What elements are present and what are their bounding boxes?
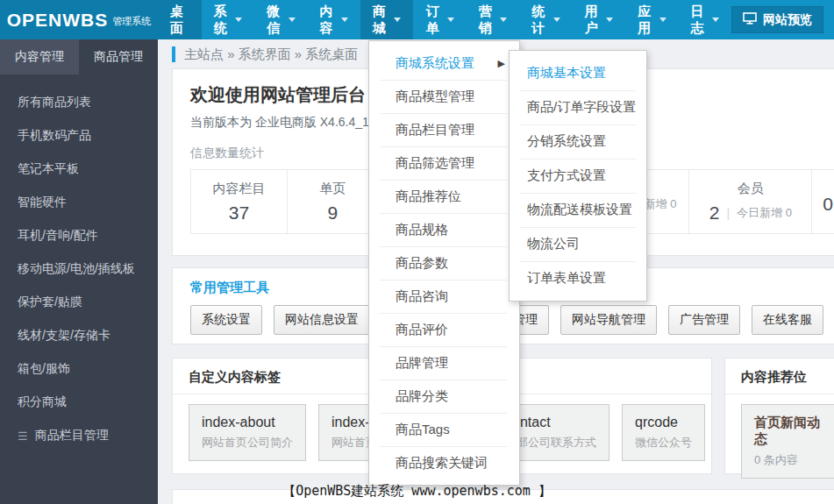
sidebar-item-all-products[interactable]: 所有商品列表 [0, 86, 158, 119]
chevron-down-icon [659, 18, 666, 22]
menu-item-product-recommend[interactable]: 商品推荐位 [369, 180, 519, 213]
nav-item-content[interactable]: 内容 [308, 0, 360, 39]
nav-item-mall[interactable]: 商城 [360, 0, 413, 39]
site-nav-manage-button[interactable]: 网站导航管理 [560, 305, 657, 335]
menu-item-product-review[interactable]: 商品评价 [369, 313, 519, 346]
menu-item-product-inquiry[interactable]: 商品咨询 [369, 280, 519, 313]
tag-card-qrcode[interactable]: qrcode 微信公众号 [622, 404, 705, 461]
chevron-down-icon [500, 18, 507, 22]
footer-credit: 【OpenWBS建站系统 www.openwbs.com 】 [0, 483, 834, 500]
submenu-item-shipping-template[interactable]: 物流配送模板设置 [510, 193, 646, 227]
breadcrumb: 主站点 » 系统界面 » 系统桌面 [172, 46, 358, 62]
nav-item-apps[interactable]: 应用 [625, 0, 678, 39]
chevron-down-icon [341, 18, 348, 22]
submenu-item-distribution[interactable]: 分销系统设置 [510, 124, 646, 159]
top-navbar: OPENWBS 管理系统 桌面 系统 微信 内容 商城 订单 营销 统计 用户 … [0, 0, 834, 39]
menu-item-product-filter[interactable]: 商品筛选管理 [369, 146, 519, 180]
sidebar-item-cases[interactable]: 保护套/贴膜 [0, 286, 158, 319]
recommend-slot-count: 0 条内容 [754, 452, 822, 468]
menu-item-product-specs[interactable]: 商品规格 [369, 213, 519, 246]
chevron-down-icon [447, 18, 454, 22]
chevron-down-icon [394, 18, 401, 22]
menu-item-mall-system-settings[interactable]: 商城系统设置 ▶ [369, 46, 519, 80]
menu-item-brand-manage[interactable]: 品牌管理 [369, 346, 519, 380]
menu-item-product-model[interactable]: 商品模型管理 [369, 80, 519, 113]
stat-cell-content-categories: 内容栏目 37 [191, 170, 288, 233]
sidebar-item-phones[interactable]: 手机数码产品 [0, 119, 158, 153]
nav-item-logs[interactable]: 日志 [679, 0, 731, 39]
menu-item-brand-category[interactable]: 品牌分类 [369, 380, 519, 413]
tag-subtitle: 微信公众号 [635, 435, 692, 451]
tag-card-index-about[interactable]: index-about 网站首页公司简介 [189, 404, 306, 461]
chevron-down-icon [606, 18, 613, 22]
nav-item-wechat[interactable]: 微信 [254, 0, 307, 39]
submenu-arrow-icon: ▶ [498, 58, 505, 69]
mall-settings-submenu: 商城基本设置 商品/订单字段设置 分销系统设置 支付方式设置 物流配送模板设置 … [509, 50, 647, 302]
chevron-down-icon [235, 18, 242, 22]
sidebar-tab-products[interactable]: 商品管理 [79, 39, 158, 75]
tag-title: qrcode [635, 415, 692, 430]
online-service-button[interactable]: 在线客服 [752, 305, 823, 335]
nav-item-stats[interactable]: 统计 [519, 0, 572, 39]
mall-dropdown-menu: 商城系统设置 ▶ 商品模型管理 商品栏目管理 商品筛选管理 商品推荐位 商品规格… [368, 40, 520, 486]
submenu-item-payment[interactable]: 支付方式设置 [510, 159, 646, 193]
sidebar-item-bags[interactable]: 箱包/服饰 [0, 352, 158, 386]
monitor-icon [743, 12, 757, 27]
stat-value: 0 [823, 194, 833, 215]
site-preview-button[interactable]: 网站预览 [731, 6, 823, 33]
submenu-item-logistics-company[interactable]: 物流公司 [510, 227, 646, 261]
menu-item-search-keywords[interactable]: 商品搜索关键词 [369, 446, 519, 479]
nav-menu: 桌面 系统 微信 内容 商城 订单 营销 统计 用户 应用 日志 [158, 0, 731, 39]
nav-item-users[interactable]: 用户 [573, 0, 625, 39]
sidebar-item-power[interactable]: 移动电源/电池/插线板 [0, 252, 158, 286]
stat-cell-members: 会员 2 | 今日新增 0 [689, 170, 812, 233]
menu-item-product-tags[interactable]: 商品Tags [369, 413, 519, 446]
recommend-heading: 内容推荐位 [725, 358, 834, 394]
nav-item-orders[interactable]: 订单 [413, 0, 466, 39]
sidebar-item-points-mall[interactable]: 积分商城 [0, 386, 158, 419]
tag-subtitle: 网站首页公司简介 [202, 435, 293, 451]
recommend-slot-card[interactable]: 首页新闻动态 0 条内容 [741, 404, 834, 479]
menu-item-product-params[interactable]: 商品参数 [369, 246, 519, 280]
sidebar-tab-content[interactable]: 内容管理 [0, 39, 79, 75]
nav-item-system[interactable]: 系统 [202, 0, 254, 39]
nav-item-marketing[interactable]: 营销 [467, 0, 519, 39]
stat-value: 2 [709, 202, 720, 224]
system-settings-button[interactable]: 系统设置 [190, 305, 262, 335]
stat-extra: 今日新增 0 [737, 205, 792, 221]
tag-title: index-about [202, 415, 293, 430]
list-icon: ☰ [18, 429, 28, 443]
submenu-item-field-settings[interactable]: 商品/订单字段设置 [510, 90, 646, 124]
chevron-down-icon [712, 18, 719, 22]
sidebar-item-list: 所有商品列表 手机数码产品 笔记本平板 智能硬件 耳机/音响/配件 移动电源/电… [0, 75, 158, 452]
recommend-slot-title: 首页新闻动态 [754, 415, 822, 448]
sidebar-item-laptops[interactable]: 笔记本平板 [0, 153, 158, 186]
stat-value: 37 [229, 202, 249, 224]
logo-suffix: 管理系统 [112, 15, 151, 28]
ad-manage-button[interactable]: 广告管理 [668, 305, 740, 335]
stat-value: 9 [327, 202, 338, 224]
menu-item-product-category[interactable]: 商品栏目管理 [369, 113, 519, 146]
sidebar-item-cables[interactable]: 线材/支架/存储卡 [0, 319, 158, 352]
logo: OPENWBS 管理系统 [0, 0, 158, 39]
submenu-item-basic-settings[interactable]: 商城基本设置 [510, 56, 646, 90]
chevron-down-icon [289, 18, 296, 22]
sidebar: 内容管理 商品管理 所有商品列表 手机数码产品 笔记本平板 智能硬件 耳机/音响… [0, 39, 158, 504]
stat-cell-single-pages: 单页 9 [288, 170, 379, 233]
submenu-item-order-form[interactable]: 订单表单设置 [510, 261, 646, 295]
site-info-settings-button[interactable]: 网站信息设置 [274, 305, 370, 335]
stat-cell-clipped: 0 [812, 170, 834, 233]
sidebar-item-audio[interactable]: 耳机/音响/配件 [0, 219, 158, 252]
sidebar-tabs: 内容管理 商品管理 [0, 39, 158, 75]
sidebar-item-smart-hardware[interactable]: 智能硬件 [0, 186, 158, 219]
nav-item-desktop[interactable]: 桌面 [158, 0, 202, 39]
logo-text: OPENWBS [7, 10, 109, 31]
sidebar-item-category-manage[interactable]: ☰ 商品栏目管理 [0, 419, 158, 452]
recommend-card: 内容推荐位 首页新闻动态 0 条内容 [724, 358, 834, 474]
chevron-down-icon [553, 18, 560, 22]
